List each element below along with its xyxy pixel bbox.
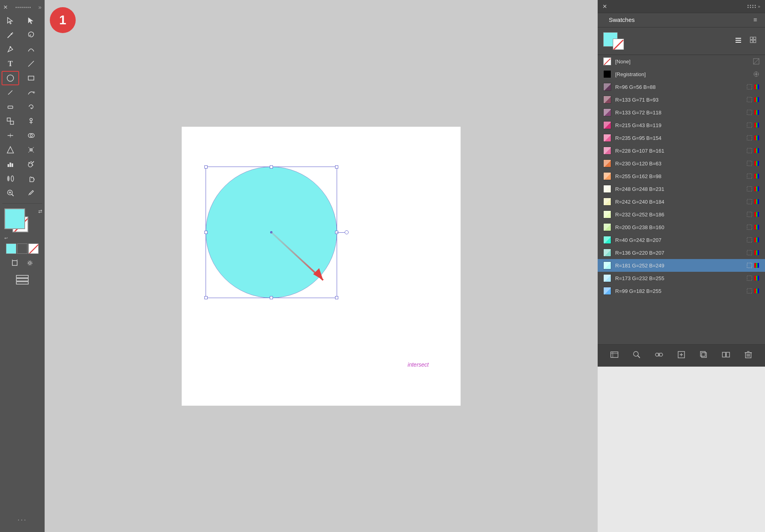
svg-rect-128 [747, 276, 752, 281]
swatch-row-4[interactable]: R=235 G=95 B=154 [598, 132, 765, 144]
handle-bottom-left[interactable] [204, 296, 208, 299]
swatch-row-8[interactable]: R=248 G=248 B=231 [598, 183, 765, 195]
camera-tool[interactable] [23, 257, 37, 269]
panel-close-icon[interactable]: ✕ [602, 3, 607, 10]
select-tool[interactable] [2, 14, 19, 28]
scale-tool[interactable] [2, 114, 19, 128]
swatch-row-5[interactable]: R=228 G=107 B=161 [598, 144, 765, 157]
direct-select-tool[interactable] [22, 14, 40, 28]
swatch-row-6[interactable]: R=230 G=120 B=63 [598, 157, 765, 170]
swatch-row-none[interactable]: [None] [598, 55, 765, 68]
swatch-row-12[interactable]: R=40 G=242 B=207 [598, 234, 765, 246]
list-view-button[interactable] [732, 34, 744, 48]
svg-line-42 [29, 194, 29, 195]
svg-point-142 [659, 353, 663, 356]
svg-marker-0 [8, 18, 12, 24]
layers-panel-shortcut[interactable] [14, 274, 30, 287]
new-color-group-button[interactable] [652, 349, 666, 363]
svg-line-32 [32, 161, 34, 163]
symbol-sprayer-tool[interactable] [22, 157, 40, 171]
swatch-row-2[interactable]: R=133 G=72 B=118 [598, 106, 765, 119]
preview-color-pair[interactable] [603, 32, 624, 50]
swatch-libraries-button[interactable] [608, 349, 621, 363]
svg-rect-101 [754, 186, 756, 191]
toolbar-collapse-icon[interactable]: » [38, 4, 41, 10]
show-find-field-button[interactable] [630, 349, 643, 363]
swatch-chip-9 [603, 198, 611, 206]
rotate-tool[interactable] [22, 100, 40, 114]
svg-marker-24 [7, 147, 14, 153]
swatch-row-1[interactable]: R=133 G=71 B=93 [598, 93, 765, 106]
color-mode-none[interactable] [28, 243, 39, 254]
swap-colors-icon[interactable]: ⇄ [38, 208, 42, 214]
svg-rect-113 [754, 225, 756, 230]
swatch-row-15[interactable]: R=173 G=232 B=255 [598, 272, 765, 285]
color-swatch-area: ⇄ ↩ [4, 208, 42, 240]
lasso-tool[interactable] [22, 28, 40, 42]
eyedropper-tool[interactable] [22, 186, 40, 200]
perspective-grid-tool[interactable] [2, 143, 19, 157]
swatch-row-registration[interactable]: [Registration] [598, 68, 765, 80]
handle-top-right[interactable] [335, 165, 338, 169]
eraser-tool[interactable] [2, 100, 19, 114]
artboard-tool[interactable] [8, 257, 22, 269]
grid-view-button[interactable] [747, 34, 759, 48]
pen-tool[interactable] [2, 42, 19, 57]
swatch-row-13[interactable]: R=136 G=220 B=207 [598, 246, 765, 259]
type-tool[interactable]: T [2, 57, 19, 71]
swatch-row-16[interactable]: R=99 G=182 B=255 [598, 285, 765, 297]
new-swatch-button[interactable] [675, 349, 688, 363]
swatch-row-11[interactable]: R=200 G=238 B=160 [598, 221, 765, 234]
ellipse-tool[interactable] [2, 71, 19, 85]
svg-rect-94 [756, 161, 757, 166]
swatch-row-14-selected[interactable]: R=181 G=252 B=249 [598, 259, 765, 272]
preview-stroke-swatch[interactable] [613, 39, 624, 50]
handle-top-left[interactable] [204, 165, 208, 169]
swatch-row-9[interactable]: R=242 G=240 B=184 [598, 195, 765, 208]
default-colors-icon[interactable]: ↩ [4, 236, 8, 240]
duplicate-swatch-button[interactable] [697, 349, 710, 363]
magic-wand-tool[interactable] [2, 28, 19, 42]
line-tool[interactable] [22, 57, 40, 71]
toolbar-close-icon[interactable]: ✕ [3, 4, 8, 10]
toolbar-more-options[interactable]: ··· [18, 516, 27, 524]
zoom-tool[interactable] [2, 186, 19, 200]
swatch-row-0[interactable]: R=96 G=56 B=88 [598, 80, 765, 93]
pencil-tool[interactable] [2, 85, 19, 100]
color-mode-color[interactable] [6, 243, 16, 254]
ellipse-object[interactable] [206, 167, 337, 298]
panel-header: ✕ » [598, 0, 765, 13]
svg-line-10 [8, 90, 12, 94]
delete-swatch-button[interactable] [741, 349, 755, 363]
svg-marker-1 [28, 18, 33, 24]
rotate-handle[interactable] [345, 230, 349, 234]
puppet-warp-tool[interactable] [22, 114, 40, 128]
svg-point-3 [11, 33, 12, 35]
panel-collapse-icon[interactable]: » [758, 4, 760, 9]
tab-swatches[interactable]: Swatches [602, 13, 641, 27]
svg-rect-68 [747, 84, 752, 89]
svg-rect-129 [754, 276, 756, 281]
mesh-tool[interactable] [22, 143, 40, 157]
panel-menu-button[interactable]: ≡ [750, 13, 760, 27]
fill-color-swatch[interactable] [4, 208, 25, 229]
svg-point-31 [28, 163, 32, 167]
swatch-row-3[interactable]: R=215 G=43 B=119 [598, 119, 765, 132]
svg-line-7 [28, 61, 34, 67]
merge-swatches-button[interactable] [719, 349, 733, 363]
rectangle-tool[interactable] [22, 71, 40, 85]
width-tool[interactable] [2, 128, 19, 143]
smooth-tool[interactable] [22, 85, 40, 100]
swatch-row-10[interactable]: R=232 G=252 B=186 [598, 208, 765, 221]
chart-tool[interactable] [2, 157, 19, 171]
svg-rect-81 [754, 123, 756, 128]
handle-bottom-right[interactable] [335, 296, 338, 299]
curvature-tool[interactable] [22, 42, 40, 57]
swatch-row-7[interactable]: R=255 G=162 B=98 [598, 170, 765, 183]
hand-tool[interactable] [22, 171, 40, 186]
color-mode-gradient[interactable] [17, 243, 27, 254]
svg-rect-59 [753, 37, 756, 39]
step-badge: 1 [50, 7, 76, 33]
blend-tool[interactable] [2, 171, 19, 186]
shape-builder-tool[interactable] [22, 128, 40, 143]
